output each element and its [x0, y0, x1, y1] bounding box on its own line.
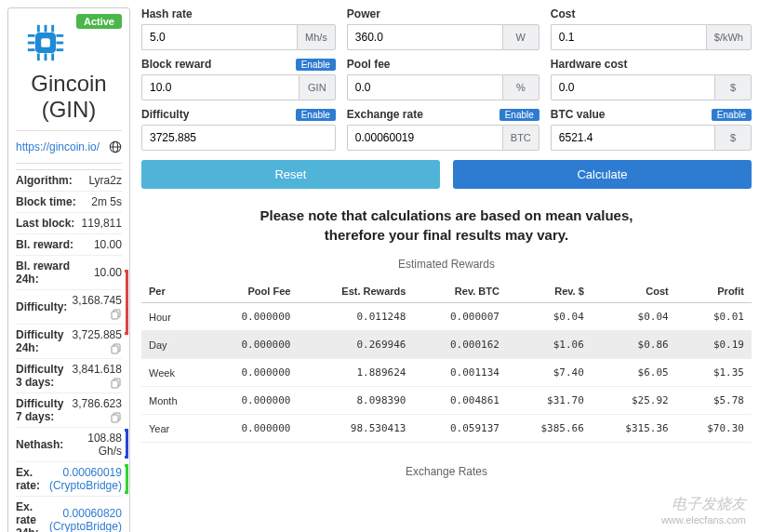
svg-rect-18	[112, 312, 118, 319]
svg-rect-24	[112, 415, 118, 422]
table-row: Day0.0000000.2699460.000162$1.06$0.86$0.…	[141, 331, 752, 359]
calculate-button[interactable]: Calculate	[453, 160, 752, 189]
block-reward-input[interactable]	[141, 74, 299, 100]
hardware-cost-input[interactable]	[551, 74, 714, 100]
rewards-title: Estimated Rewards	[141, 258, 752, 271]
note-text: Please note that calculations are based …	[141, 206, 752, 245]
exchange-rate-input[interactable]	[347, 125, 502, 151]
pool-fee-label: Pool fee	[347, 58, 391, 71]
btc-value-label: BTC value	[551, 108, 606, 121]
bracket-green	[125, 464, 128, 494]
svg-rect-22	[112, 380, 118, 388]
btc-value-input[interactable]	[551, 125, 714, 151]
rewards-header-row: Per Pool Fee Est. Rewards Rev. BTC Rev. …	[141, 280, 752, 303]
stat-value: Lyra2z	[88, 174, 122, 187]
hash-rate-input[interactable]	[141, 24, 297, 50]
power-input[interactable]	[347, 24, 502, 50]
stat-label: Algorithm:	[16, 174, 73, 187]
hardware-cost-label: Hardware cost	[551, 58, 628, 71]
copy-icon[interactable]	[111, 412, 122, 423]
hash-rate-label: Hash rate	[141, 7, 193, 20]
enable-button[interactable]: Enable	[499, 109, 539, 121]
enable-button[interactable]: Enable	[712, 109, 752, 121]
coin-panel: Active Gincoin (GIN) https://gincoin.io/…	[7, 7, 130, 532]
unit-label: Mh/s	[297, 24, 336, 50]
calculator-panel: Hash rate Mh/s Power W Cost $/kWh Block …	[141, 7, 752, 532]
difficulty-input[interactable]	[141, 125, 336, 151]
coin-title: Gincoin (GIN)	[16, 71, 122, 123]
table-row: Week0.0000001.8896240.001134$7.40$6.05$1…	[141, 359, 752, 387]
copy-icon[interactable]	[111, 343, 122, 354]
table-row: Year0.00000098.5304130.059137$385.66$315…	[141, 415, 752, 443]
coin-url[interactable]: https://gincoin.io/	[16, 140, 100, 153]
bracket-red	[125, 270, 128, 335]
form-grid: Hash rate Mh/s Power W Cost $/kWh Block …	[141, 7, 752, 151]
enable-button[interactable]: Enable	[296, 59, 336, 71]
block-reward-label: Block reward	[141, 58, 211, 71]
globe-icon[interactable]	[109, 140, 122, 153]
bracket-blue	[125, 429, 128, 459]
table-row: Month0.0000008.0983900.004861$31.70$25.9…	[141, 387, 752, 415]
svg-rect-20	[112, 346, 118, 353]
power-label: Power	[347, 7, 380, 20]
exchange-rate-label: Exchange rate	[347, 108, 423, 121]
table-row: Hour0.0000000.0112480.000007$0.04$0.04$0…	[141, 303, 752, 331]
enable-button[interactable]: Enable	[296, 109, 336, 121]
stats-list: Algorithm:Lyra2z Block time:2m 5s Last b…	[16, 169, 122, 532]
reset-button[interactable]: Reset	[141, 160, 440, 189]
svg-rect-1	[42, 38, 51, 47]
difficulty-label: Difficulty	[141, 108, 189, 121]
copy-icon[interactable]	[111, 309, 122, 320]
cost-input[interactable]	[551, 24, 706, 50]
cost-label: Cost	[551, 7, 576, 20]
exchange-rates-title: Exchange Rates	[141, 465, 752, 478]
watermark: 电子发烧友 www.elecfans.com	[141, 495, 752, 525]
rewards-table: Per Pool Fee Est. Rewards Rev. BTC Rev. …	[141, 280, 752, 443]
status-badge: Active	[76, 14, 122, 29]
copy-icon[interactable]	[111, 378, 122, 389]
pool-fee-input[interactable]	[347, 74, 502, 100]
